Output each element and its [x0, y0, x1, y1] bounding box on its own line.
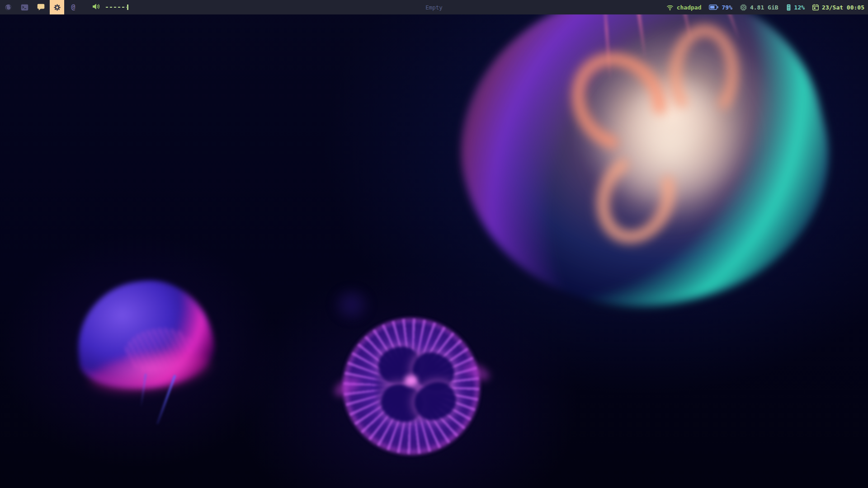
- terminal-icon: [21, 4, 28, 11]
- calendar-icon: [812, 4, 819, 10]
- network-ssid: chadpad: [677, 4, 702, 11]
- status-widgets: chadpad 79%: [666, 4, 868, 11]
- jellyfish-left: [72, 277, 226, 408]
- jellyfish-center-rim: [344, 319, 479, 454]
- storage-percent: 12%: [794, 4, 805, 11]
- workspace-chat[interactable]: [33, 0, 48, 14]
- battery-percent: 79%: [722, 4, 732, 11]
- chat-icon: [37, 4, 45, 11]
- browser-icon: [5, 4, 12, 11]
- volume-widget: [92, 3, 128, 11]
- clock-widget[interactable]: 23/Sat 00:05: [812, 4, 864, 11]
- workspace-settings-active[interactable]: [50, 0, 64, 14]
- battery-widget[interactable]: 79%: [709, 4, 732, 11]
- volume-slider[interactable]: [106, 4, 128, 10]
- at-icon: @: [71, 4, 75, 11]
- workspace-mail[interactable]: @: [66, 0, 80, 14]
- cpu-icon: [740, 4, 747, 11]
- wifi-icon: [666, 5, 674, 10]
- jellyfish-center: [337, 312, 491, 468]
- workspace-browser[interactable]: [1, 0, 15, 14]
- gear-icon: [53, 4, 61, 11]
- volume-slider-track: [106, 7, 127, 8]
- storage-widget[interactable]: 12%: [786, 4, 805, 11]
- wallpaper-jellyfish: [0, 0, 868, 488]
- memory-used: 4.81 GiB: [750, 4, 778, 11]
- workspace-terminal[interactable]: [17, 0, 32, 14]
- workspace-list: @: [0, 0, 128, 14]
- speaker-icon[interactable]: [92, 3, 100, 11]
- memory-widget[interactable]: 4.81 GiB: [740, 4, 778, 11]
- network-widget[interactable]: chadpad: [666, 4, 702, 11]
- ram-icon: [786, 4, 791, 11]
- status-bar: @ Empty: [0, 0, 868, 14]
- volume-slider-handle[interactable]: [127, 5, 128, 10]
- desktop: @ Empty: [0, 0, 868, 488]
- clock-text: 23/Sat 00:05: [822, 4, 864, 11]
- battery-icon: [709, 5, 718, 10]
